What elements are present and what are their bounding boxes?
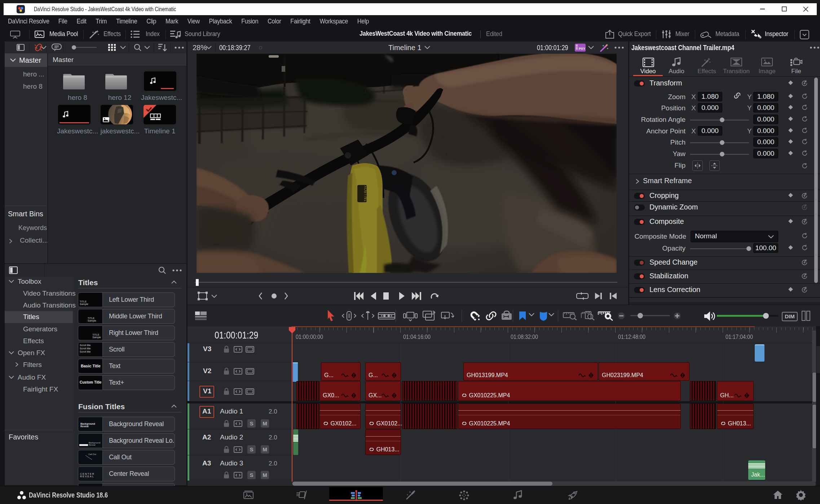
svg-text:Call Out: Call Out: [88, 453, 96, 455]
svg-text:PXY: PXY: [579, 47, 585, 50]
